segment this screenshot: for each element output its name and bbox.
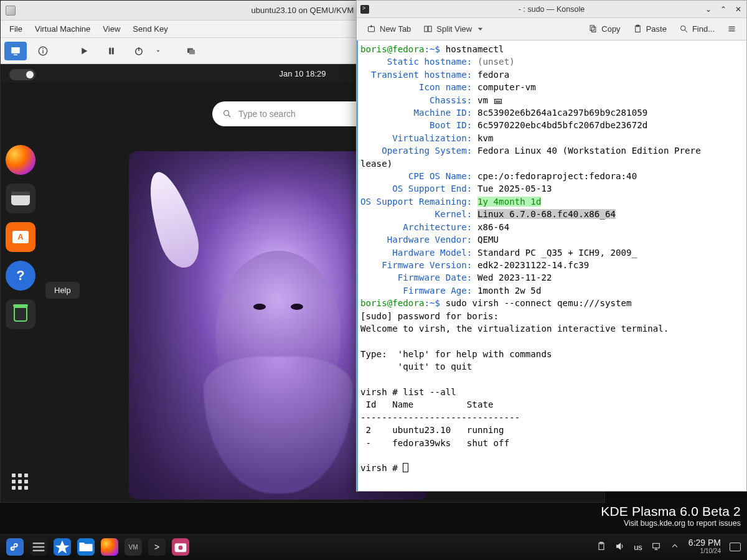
konsole-hamburger-button[interactable] xyxy=(722,22,741,36)
panel-show-desktop[interactable] xyxy=(730,543,741,551)
vm-run-button[interactable] xyxy=(73,42,95,60)
hamburger-icon xyxy=(727,24,736,34)
term-cmd-virsh: sudo virsh --connect qemu:///system xyxy=(446,298,632,308)
term-v-fwa: 1month 2w 5d xyxy=(477,286,542,296)
panel-settings[interactable] xyxy=(30,538,47,556)
term-k-hwv: Hardware Vendor: xyxy=(387,235,472,245)
screen: ubuntu23.10 on QEMU/KVM File Virtual Mac… xyxy=(0,0,747,560)
konsole-titlebar[interactable]: - : sudo — Konsole ⌄ ⌃ ✕ xyxy=(357,1,746,18)
konsole-copy-button[interactable]: Copy xyxy=(583,22,625,36)
term-virsh-header: Id Name State xyxy=(360,399,494,409)
svg-rect-39 xyxy=(653,543,660,548)
vm-menu-view[interactable]: View xyxy=(98,23,125,35)
panel-konsole[interactable]: > xyxy=(148,538,166,556)
svg-rect-12 xyxy=(189,49,195,54)
panel-time: 6:29 PM xyxy=(688,538,721,547)
term-v-static-hostname: (unset) xyxy=(477,57,515,67)
term-virsh-prompt2: virsh # xyxy=(360,463,398,473)
term-row0-name: ubuntu23.10 xyxy=(392,425,451,435)
konsole-toolbar: New Tab Split View Copy Paste Find... xyxy=(357,18,746,40)
term-virsh-cmd: list --all xyxy=(403,387,456,397)
svg-rect-21 xyxy=(590,26,594,30)
panel-virt-manager[interactable]: VM xyxy=(125,538,142,556)
konsole-paste-button[interactable]: Paste xyxy=(628,22,672,36)
vm-menu-send-key[interactable]: Send Key xyxy=(128,23,172,35)
vm-shutdown-menu-button[interactable] xyxy=(155,42,161,60)
term-v-fwd: Wed 2023-11-22 xyxy=(477,273,552,282)
svg-marker-5 xyxy=(82,47,87,54)
term-virsh-prompt1: virsh # xyxy=(360,387,398,397)
vm-pause-button[interactable] xyxy=(100,42,123,60)
panel-dolphin[interactable] xyxy=(77,538,95,556)
term-k-static-hostname: Static hostname: xyxy=(387,57,472,67)
svg-marker-20 xyxy=(478,28,483,30)
term-k-mid: Machine ID: xyxy=(413,108,472,118)
konsole-find-button[interactable]: Find... xyxy=(674,22,720,36)
vm-menu-file[interactable]: File xyxy=(4,23,27,35)
tray-network-icon[interactable] xyxy=(651,541,661,553)
svg-line-14 xyxy=(228,115,230,117)
term-v-kernel: Linux 6.7.0-68.fc40.x86_64 xyxy=(477,209,616,219)
tray-keyboard-layout[interactable]: us xyxy=(634,543,642,552)
konsole-title: - : sudo — Konsole xyxy=(357,5,746,14)
panel-discover[interactable] xyxy=(54,538,71,556)
tray-clipboard-icon[interactable] xyxy=(596,541,606,553)
panel-date: 1/10/24 xyxy=(700,547,721,556)
vm-snapshots-button[interactable] xyxy=(180,42,202,60)
term-v-virt: kvm xyxy=(477,133,494,143)
term-cursor xyxy=(403,463,408,472)
term-prompt2-path: :~$ xyxy=(425,298,441,308)
new-tab-icon xyxy=(367,24,376,34)
konsole-split-view-button[interactable]: Split View xyxy=(418,22,490,36)
gnome-search-placeholder: Type to search xyxy=(238,109,296,119)
dock-help[interactable]: ? xyxy=(6,261,35,291)
svg-rect-31 xyxy=(33,546,45,548)
vm-menu-virtual-machine[interactable]: Virtual Machine xyxy=(30,23,95,35)
konsole-maximize-button[interactable]: ⌃ xyxy=(719,5,728,14)
term-v-fwv: edk2-20231122-14.fc39 xyxy=(477,260,589,270)
dock-trash[interactable] xyxy=(6,299,35,329)
term-k-chassis: Chassis: xyxy=(430,95,472,105)
svg-rect-19 xyxy=(428,26,431,32)
gnome-activities-pill[interactable] xyxy=(9,69,35,80)
konsole-new-tab-button[interactable]: New Tab xyxy=(362,22,416,36)
vm-shutdown-button[interactable] xyxy=(128,42,150,60)
vm-console-button[interactable] xyxy=(4,42,27,60)
panel-firefox[interactable] xyxy=(101,538,118,556)
term-virsh-sep: ------------------------------ xyxy=(360,413,520,422)
konsole-close-button[interactable]: ✕ xyxy=(734,5,743,14)
kde-panel: VM > us 6:29 PM 1/10/24 xyxy=(0,534,747,560)
konsole-find-label: Find... xyxy=(692,24,715,34)
dock-files[interactable] xyxy=(6,184,35,213)
gnome-show-apps-button[interactable] xyxy=(12,474,29,491)
term-prompt2-userhost: boris@fedora xyxy=(360,298,425,308)
term-k-arch: Architecture: xyxy=(403,222,472,232)
term-k-fwv: Firmware Version: xyxy=(382,260,472,270)
term-k-hwm: Hardware Model: xyxy=(392,248,472,258)
tray-expand-icon[interactable] xyxy=(670,541,680,553)
dock-firefox[interactable] xyxy=(6,145,35,175)
konsole-minimize-button[interactable]: ⌄ xyxy=(704,5,713,14)
konsole-terminal[interactable]: boris@fedora:~$ hostnamectl Static hostn… xyxy=(357,40,746,491)
term-row0-id: 2 xyxy=(366,425,372,435)
vm-details-button[interactable] xyxy=(32,42,54,60)
svg-rect-4 xyxy=(42,48,44,49)
svg-rect-7 xyxy=(112,47,114,54)
tray-volume-icon[interactable] xyxy=(615,541,625,553)
panel-clock[interactable]: 6:29 PM 1/10/24 xyxy=(688,538,721,556)
panel-spectacle[interactable] xyxy=(172,538,189,556)
term-v-hwv: QEMU xyxy=(477,235,499,245)
svg-marker-38 xyxy=(617,543,621,549)
term-k-kernel: Kernel: xyxy=(435,209,472,219)
term-prompt-path: :~$ xyxy=(425,44,441,54)
panel-app-launcher[interactable] xyxy=(6,538,24,556)
svg-marker-10 xyxy=(157,50,160,52)
gnome-clock[interactable]: Jan 10 18:29 xyxy=(279,69,326,78)
konsole-split-view-label: Split View xyxy=(436,24,472,34)
term-row1-state: shut off xyxy=(467,438,509,448)
dock-software[interactable] xyxy=(6,222,35,252)
term-k-fwd: Firmware Date: xyxy=(398,273,472,282)
term-k-bid: Boot ID: xyxy=(430,120,472,130)
term-row1-name: fedora39wks xyxy=(392,438,451,448)
term-v-arch: x86-64 xyxy=(477,222,509,232)
